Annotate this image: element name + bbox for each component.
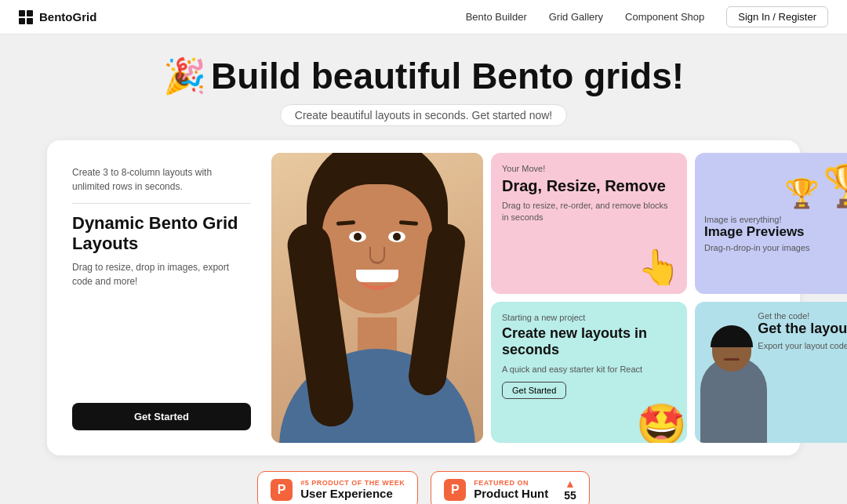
card-layout-label: Get the code! bbox=[758, 311, 847, 321]
bento-section: Create 3 to 8-column layouts with unlimi… bbox=[0, 140, 847, 465]
bento-grid: Create 3 to 8-column layouts with unlimi… bbox=[47, 140, 800, 455]
card-image-desc: Drag-n-drop-in your images bbox=[704, 243, 847, 252]
ph-badge-1-title: User Experience bbox=[300, 487, 405, 500]
ph-badge-2[interactable]: P FEATURED ON Product Hunt ▲ 55 bbox=[431, 471, 590, 504]
card-main-text: Create 3 to 8-column layouts with unlimi… bbox=[72, 165, 251, 204]
ph-badge-2-text: FEATURED ON Product Hunt bbox=[474, 479, 548, 500]
card-drag-title: Drag, Resize, Remove bbox=[502, 176, 676, 195]
card-drag: Your Move! Drag, Resize, Remove Drag to … bbox=[491, 153, 687, 294]
nav-grid-gallery[interactable]: Grid Gallery bbox=[549, 11, 603, 23]
nav-bento-builder[interactable]: Bento Builder bbox=[466, 11, 527, 23]
ph-vote-count: 55 bbox=[564, 489, 576, 502]
card-layout-title: Get the layout! bbox=[758, 321, 847, 338]
signin-button[interactable]: Sign In / Register bbox=[726, 6, 828, 27]
card-photo bbox=[271, 153, 483, 443]
ph-badge-1[interactable]: P #5 PRODUCT OF THE WEEK User Experience bbox=[257, 471, 418, 504]
card-image: 🏆 🏆 Image is everything! Image Previews … bbox=[695, 153, 847, 294]
card-main-btn[interactable]: Get Started bbox=[72, 403, 251, 430]
drag-emoji: 👆 bbox=[638, 247, 681, 288]
card-create: Starting a new project Create new layout… bbox=[491, 302, 687, 443]
ph-votes: ▲ 55 bbox=[564, 478, 576, 502]
ph-badge-2-title: Product Hunt bbox=[474, 487, 548, 500]
card-layout-desc: Export your layout code and i... bbox=[758, 340, 847, 352]
card-layout-text: Get the code! Get the layout! Export you… bbox=[758, 311, 847, 353]
hero-emoji: 🎉 bbox=[163, 57, 206, 95]
card-layout: Get the code! Get the layout! Export you… bbox=[695, 302, 847, 443]
card-create-title: Create new layouts in seconds bbox=[502, 325, 676, 359]
logo-text: BentoGrid bbox=[39, 10, 96, 24]
ph-icon-2: P bbox=[444, 479, 466, 501]
card-main: Create 3 to 8-column layouts with unlimi… bbox=[60, 153, 264, 443]
card-drag-desc: Drag to resize, re-order, and remove blo… bbox=[502, 200, 676, 224]
card-create-btn[interactable]: Get Started bbox=[502, 382, 566, 399]
create-emoji: 🤩 bbox=[636, 401, 687, 443]
ph-badge-1-rank: #5 PRODUCT OF THE WEEK bbox=[300, 479, 405, 487]
ph-badge-1-text: #5 PRODUCT OF THE WEEK User Experience bbox=[300, 479, 405, 500]
card-drag-label: Your Move! bbox=[502, 164, 676, 173]
product-hunt-bar: P #5 PRODUCT OF THE WEEK User Experience… bbox=[0, 465, 847, 504]
card-create-desc: A quick and easy starter kit for React bbox=[502, 364, 676, 375]
card-main-desc: Drag to resize, drop in images, export c… bbox=[72, 260, 251, 288]
card-image-label: Image is everything! bbox=[704, 215, 847, 224]
hero-section: 🎉 Build beautiful Bento grids! Create be… bbox=[0, 34, 847, 140]
logo[interactable]: BentoGrid bbox=[19, 10, 96, 24]
nav-component-shop[interactable]: Component Shop bbox=[625, 11, 704, 23]
ph-arrow: ▲ bbox=[565, 478, 576, 489]
logo-icon bbox=[19, 10, 33, 24]
ph-badge-2-rank: FEATURED ON bbox=[474, 479, 548, 487]
card-create-label: Starting a new project bbox=[502, 313, 676, 322]
hero-title: 🎉 Build beautiful Bento grids! bbox=[16, 56, 831, 96]
hero-subtitle[interactable]: Create beautiful layouts in seconds. Get… bbox=[280, 104, 567, 126]
card-image-title: Image Previews bbox=[704, 224, 847, 240]
nav-links: Bento Builder Grid Gallery Component Sho… bbox=[466, 6, 828, 27]
card-main-title: Dynamic Bento Grid Layouts bbox=[72, 213, 251, 255]
ph-icon-1: P bbox=[271, 479, 293, 501]
card-image-trophy: 🏆 🏆 bbox=[704, 162, 847, 210]
